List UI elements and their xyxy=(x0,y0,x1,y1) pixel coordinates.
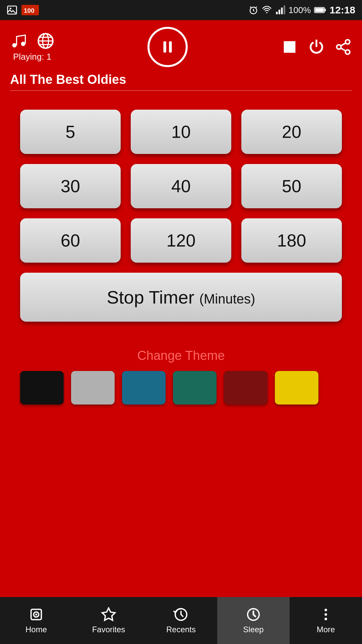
theme-section: Change Theme xyxy=(0,348,362,405)
svg-rect-21 xyxy=(169,41,172,52)
svg-point-23 xyxy=(346,40,350,44)
nav-label-more: More xyxy=(317,625,335,634)
nav-item-sleep[interactable]: Sleep xyxy=(217,597,290,644)
nav-item-favorites[interactable]: Favorites xyxy=(72,597,145,644)
header-left-icons xyxy=(10,32,54,50)
history-icon xyxy=(173,607,189,622)
sleep-icon xyxy=(246,607,261,622)
signal-icon xyxy=(275,5,285,15)
svg-rect-6 xyxy=(276,12,278,14)
nav-label-home: Home xyxy=(25,625,47,634)
theme-swatch-darkred[interactable] xyxy=(224,371,267,405)
nav-label-favorites: Favorites xyxy=(92,625,125,634)
theme-swatch-teal[interactable] xyxy=(173,371,217,405)
battery-text: 100% xyxy=(289,5,311,15)
header: Playing: 1 All The B xyxy=(0,20,362,96)
nav-item-more[interactable]: More xyxy=(290,597,362,644)
theme-swatch-black[interactable] xyxy=(20,371,64,405)
header-left: Playing: 1 xyxy=(10,32,54,62)
app-icon: 100 xyxy=(21,5,39,15)
svg-rect-20 xyxy=(164,41,166,52)
playing-label: Playing: 1 xyxy=(13,52,51,62)
nav-label-recents: Recents xyxy=(166,625,196,634)
star-icon xyxy=(101,607,116,622)
pause-button[interactable] xyxy=(147,27,188,67)
battery-icon xyxy=(314,7,326,13)
header-divider xyxy=(10,90,352,91)
share-icon[interactable] xyxy=(335,38,352,56)
wifi-icon xyxy=(262,5,272,15)
status-bar: 100 100% 12:18 xyxy=(0,0,362,20)
svg-rect-8 xyxy=(281,8,283,14)
svg-point-1 xyxy=(10,8,11,9)
change-theme-label: Change Theme xyxy=(20,348,342,363)
svg-text:100: 100 xyxy=(24,7,35,14)
timer-btn-30[interactable]: 30 xyxy=(20,164,121,208)
alarm-icon xyxy=(248,5,258,15)
nav-label-sleep: Sleep xyxy=(243,625,263,634)
svg-rect-9 xyxy=(284,5,285,14)
status-left: 100 xyxy=(7,5,39,15)
timer-btn-5[interactable]: 5 xyxy=(20,110,121,154)
globe-icon[interactable] xyxy=(37,32,54,50)
nav-item-home[interactable]: Home xyxy=(0,597,72,644)
power-icon[interactable] xyxy=(308,38,325,56)
timer-btn-120[interactable]: 120 xyxy=(131,218,231,263)
timer-btn-20[interactable]: 20 xyxy=(241,110,342,154)
nav-item-recents[interactable]: Recents xyxy=(145,597,217,644)
pause-icon xyxy=(159,39,176,55)
svg-point-31 xyxy=(324,609,327,611)
svg-point-24 xyxy=(337,45,341,49)
svg-point-25 xyxy=(346,50,350,54)
status-right: 100% 12:18 xyxy=(248,4,355,16)
timer-btn-50[interactable]: 50 xyxy=(241,164,342,208)
svg-rect-22 xyxy=(284,41,296,53)
svg-point-32 xyxy=(324,613,327,616)
timer-btn-180[interactable]: 180 xyxy=(241,218,342,263)
more-icon xyxy=(318,607,334,622)
stop-icon[interactable] xyxy=(281,38,298,56)
music-note-icon[interactable] xyxy=(10,32,27,50)
svg-point-28 xyxy=(35,613,37,615)
station-name: All The Best Oldies xyxy=(10,72,352,87)
header-controls: Playing: 1 xyxy=(10,27,352,67)
time-display: 12:18 xyxy=(329,4,355,16)
svg-point-13 xyxy=(12,43,17,47)
svg-rect-11 xyxy=(315,8,324,12)
timer-btn-40[interactable]: 40 xyxy=(131,164,231,208)
timer-btn-10[interactable]: 10 xyxy=(131,110,231,154)
stop-timer-button[interactable]: Stop Timer (Minutes) xyxy=(20,273,342,322)
theme-swatch-yellow[interactable] xyxy=(275,371,318,405)
theme-swatch-gray[interactable] xyxy=(71,371,115,405)
timer-btn-60[interactable]: 60 xyxy=(20,218,121,263)
svg-rect-12 xyxy=(324,9,326,11)
timer-section: 5 10 20 30 40 50 60 120 180 Stop Timer (… xyxy=(0,96,362,348)
svg-point-33 xyxy=(324,618,327,621)
timer-grid: 5 10 20 30 40 50 60 120 180 xyxy=(20,110,342,263)
bottom-nav: Home Favorites Recents Sleep More xyxy=(0,597,362,644)
photo-icon xyxy=(7,5,17,15)
theme-color-swatches xyxy=(20,371,342,405)
theme-swatch-blue[interactable] xyxy=(122,371,166,405)
header-right xyxy=(281,38,352,56)
home-icon xyxy=(28,607,44,622)
svg-rect-7 xyxy=(279,10,280,14)
svg-point-14 xyxy=(21,42,25,46)
svg-point-5 xyxy=(266,12,267,13)
